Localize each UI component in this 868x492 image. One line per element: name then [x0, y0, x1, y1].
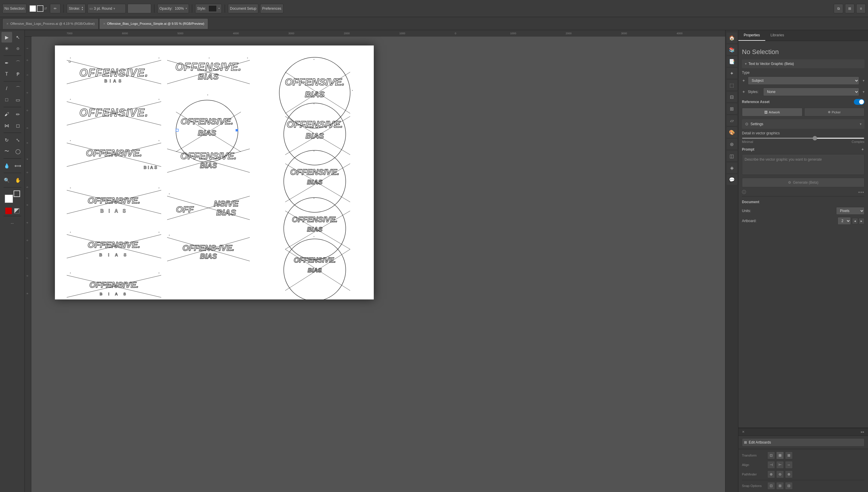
prompt-textarea[interactable]: Describe the vector graphic you want to …	[742, 154, 865, 175]
opacity-chevron[interactable]: ▾	[186, 7, 187, 10]
style-chevron[interactable]: ▾	[219, 7, 220, 10]
preferences-btn[interactable]: Preferences	[260, 4, 283, 13]
more-icon[interactable]: •••	[858, 190, 865, 195]
stroke-color-swatch[interactable]	[37, 5, 43, 12]
opacity-section[interactable]: Opacity: 100% ▾	[157, 4, 189, 13]
stroke-dash-box[interactable]	[128, 4, 151, 13]
more-options-btn[interactable]: ≡	[856, 4, 866, 13]
brush-tool-btn[interactable]: ✏	[50, 4, 60, 13]
artboard-dropdown[interactable]: 2 1 3	[838, 217, 851, 225]
more-tools-btn[interactable]: ···	[7, 218, 18, 228]
tvg-section-header[interactable]: ▾ Text to Vector Graphic (Beta)	[742, 59, 865, 68]
fill-color-swatch[interactable]	[29, 5, 36, 12]
canvas-area[interactable]: 7000 6000 5000 4000 3000 2000 1000 0 100…	[25, 30, 725, 492]
align-btn-3[interactable]: ↔	[785, 461, 793, 469]
panel-btn-9[interactable]: 🎨	[726, 127, 737, 138]
panel-btn-2[interactable]: 📚	[726, 44, 737, 55]
document-setup-btn[interactable]: Document Setup	[228, 4, 258, 13]
touch-type-tool[interactable]: Ᵽ	[13, 69, 23, 79]
snap-btn-1[interactable]: ⊡	[767, 482, 775, 490]
fill-box[interactable]	[5, 195, 13, 203]
panel-btn-11[interactable]: ◫	[726, 151, 737, 161]
artwork-btn[interactable]: 🖼 Artwork	[742, 108, 802, 116]
gradient-box[interactable]	[5, 207, 12, 214]
shaper-tool[interactable]: ⋈	[1, 120, 12, 131]
panel-btn-4[interactable]: ✦	[726, 68, 737, 78]
paintbrush-tool[interactable]: 🖌	[1, 109, 12, 120]
panel-btn-8[interactable]: ▱	[726, 115, 737, 126]
artboard-next-btn[interactable]: ▸	[859, 218, 865, 224]
panel-btn-5[interactable]: ⬚	[726, 80, 737, 90]
picker-btn[interactable]: ⊕ Picker	[804, 108, 865, 116]
transform-btn-3[interactable]: ⊠	[785, 451, 793, 459]
eraser-tool[interactable]: ◻	[13, 120, 23, 131]
styles-dropdown[interactable]: None Flat Outline	[763, 88, 859, 96]
align-options-btn[interactable]: ⊞	[845, 4, 854, 13]
snap-btn-3[interactable]: ⊟	[785, 482, 793, 490]
panel-btn-13[interactable]: 💬	[726, 174, 737, 185]
align-btn-1[interactable]: ⊣	[767, 461, 775, 469]
rect-tool[interactable]: □	[1, 95, 12, 105]
tab-outline[interactable]: ✕ Offensive_Bias_Logo_Process.ai @ 4.19 …	[2, 18, 99, 29]
generate-button[interactable]: ⚙ Generate (Beta)	[742, 178, 865, 187]
lasso-tool[interactable]: ⌾	[13, 43, 23, 54]
selection-tool[interactable]: ▶	[1, 32, 12, 43]
stroke-preset-selector[interactable]: ▭ 3 pt. Round ▾	[87, 4, 126, 13]
type-dropdown[interactable]: Subject Scene Icon	[748, 76, 859, 85]
direct-selection-tool[interactable]: ↖	[13, 32, 23, 43]
snap-btn-2[interactable]: ⊞	[776, 482, 784, 490]
edit-artboards-btn[interactable]: ⊞ Edit Artboards	[742, 438, 865, 446]
panel-btn-3[interactable]: 📑	[726, 56, 737, 67]
panel-btn-6[interactable]: ⊟	[726, 92, 737, 102]
align-btn-2[interactable]: ⊢	[776, 461, 784, 469]
detail-slider[interactable]	[742, 138, 865, 139]
expand-arrow[interactable]: ▸▸	[861, 430, 865, 434]
arrange-btn[interactable]: ⧉	[834, 4, 843, 13]
stroke-section[interactable]: Stroke: ▲ ▼	[67, 4, 86, 13]
tab-preview[interactable]: ✕ Offensive_Bias_Logo_Process_Simple.ai …	[99, 18, 208, 29]
transform-btn-2[interactable]: ⊞	[776, 451, 784, 459]
tab-properties[interactable]: Properties	[738, 30, 765, 41]
curvature-tool[interactable]: ⌒	[13, 57, 23, 68]
info-icon[interactable]: ⓘ	[742, 190, 746, 195]
tab-preview-close[interactable]: ✕	[103, 22, 105, 25]
rotate-tool[interactable]: ↻	[1, 135, 12, 145]
none-box[interactable]	[14, 208, 20, 214]
reshape-tool[interactable]: ◯	[13, 146, 23, 156]
hand-tool[interactable]: ✋	[13, 175, 23, 186]
selection-indicator[interactable]: No Selection	[2, 4, 27, 13]
stroke-box[interactable]	[14, 191, 20, 197]
measure-tool[interactable]: ⟺	[13, 161, 23, 171]
pen-tool[interactable]: ✒	[1, 57, 12, 68]
pathfinder-btn-2[interactable]: ⊖	[776, 470, 784, 478]
artboard-prev-btn[interactable]: ◂	[852, 218, 858, 224]
settings-section-header[interactable]: ⚙ Settings ▾	[742, 119, 865, 129]
swap-icon[interactable]: ⇄	[44, 6, 47, 10]
style-section[interactable]: Style: ▾	[195, 4, 222, 13]
line-tool[interactable]: /	[1, 83, 12, 94]
reference-asset-toggle[interactable]	[854, 99, 865, 105]
tab-outline-close[interactable]: ✕	[6, 22, 8, 25]
rounded-rect-tool[interactable]: ▭	[13, 95, 23, 105]
zoom-tool[interactable]: 🔍	[1, 175, 12, 186]
eyedropper-tool[interactable]: 💧	[1, 161, 12, 171]
pathfinder-btn-1[interactable]: ⊕	[767, 470, 775, 478]
stroke-down-arrow[interactable]: ▼	[81, 8, 83, 11]
panel-btn-10[interactable]: ⊛	[726, 139, 737, 149]
canvas-scroll-area[interactable]: OFFENSIVE. BIAS + + OFFENSIVE. BIAS	[31, 36, 725, 492]
panel-btn-12[interactable]: ◈	[726, 163, 737, 173]
units-dropdown[interactable]: Pixels Inches Millimeters	[836, 207, 865, 215]
scale-tool[interactable]: ⤡	[13, 135, 23, 145]
stroke-spinners[interactable]: ▲ ▼	[81, 6, 83, 11]
arc-tool[interactable]: ⌒	[13, 83, 23, 94]
warp-tool[interactable]: 〜	[1, 146, 12, 156]
tab-libraries[interactable]: Libraries	[765, 30, 789, 41]
pathfinder-btn-3[interactable]: ⊗	[785, 470, 793, 478]
panel-btn-1[interactable]: 🏠	[726, 32, 737, 43]
type-tool[interactable]: T	[1, 69, 12, 79]
transform-btn-1[interactable]: ⊡	[767, 451, 775, 459]
pencil-tool[interactable]: ✏	[13, 109, 23, 120]
collapse-arrow[interactable]: ✕	[742, 430, 745, 434]
magic-wand-tool[interactable]: ✳	[1, 43, 12, 54]
panel-btn-7[interactable]: ⊞	[726, 103, 737, 114]
